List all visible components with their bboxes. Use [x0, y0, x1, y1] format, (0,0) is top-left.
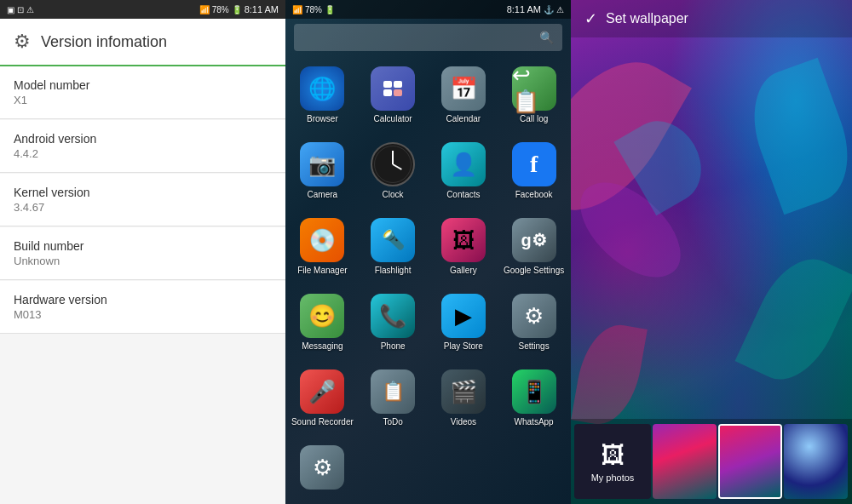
app-item-google-settings[interactable]: g⚙ Google Settings: [498, 211, 569, 287]
app-icon-google-settings: g⚙: [512, 218, 556, 262]
app-label-videos: Videos: [451, 417, 476, 427]
app-icon-facebook: f: [512, 142, 556, 186]
hardware-version-value: M013: [14, 308, 272, 321]
app-item-contacts[interactable]: 👤 Contacts: [429, 135, 499, 211]
status-bar-left: ▣ ⊡ ⚠ 📶 78% 🔋 8:11 AM: [0, 0, 285, 19]
model-number-item[interactable]: Model number X1: [0, 66, 285, 119]
set-wallpaper-bar[interactable]: ✓ Set wallpaper: [571, 0, 852, 37]
app-icon-clock: [371, 142, 415, 186]
kernel-version-value: 3.4.67: [14, 201, 272, 214]
app-label-call-log: Call log: [520, 114, 548, 124]
notif-icon-1: ▣: [7, 5, 14, 14]
app-icon-browser: 🌐: [300, 66, 344, 111]
app-label-flashlight: Flashlight: [375, 266, 412, 276]
usb-icon: ⚓: [544, 5, 554, 14]
app-label-google-settings: Google Settings: [504, 266, 564, 276]
app-item-file-manager[interactable]: 💿 File Manager: [287, 211, 358, 287]
status-left-icons: ▣ ⊡ ⚠: [7, 5, 34, 14]
version-header: ⚙ Version infomation: [0, 19, 285, 66]
battery-left: 78%: [212, 5, 229, 14]
app-item-play-store[interactable]: ▶ Play Store: [429, 287, 499, 363]
app-icon-settings: ⚙: [512, 294, 556, 338]
app-item-todo[interactable]: 📋 ToDo: [358, 363, 429, 438]
time-mid: 8:11 AM: [507, 4, 541, 14]
app-label-camera: Camera: [308, 190, 338, 200]
app-grid: 🌐 Browser Calculator 📅 Calendar ↩📋 Call …: [285, 56, 571, 504]
app-item-camera[interactable]: 📷 Camera: [287, 135, 358, 211]
app-label-clock: Clock: [383, 190, 404, 200]
build-number-value: Unknown: [14, 255, 272, 267]
build-number-item[interactable]: Build number Unknown: [0, 227, 285, 280]
app-item-phone[interactable]: 📞 Phone: [358, 287, 429, 363]
photos-icon: 🖼: [601, 441, 625, 469]
wallpaper-thumb-1[interactable]: [653, 424, 717, 499]
wallpaper-thumbnails: 🖼 My photos: [571, 419, 852, 504]
android-version-label: Android version: [14, 132, 272, 146]
app-label-play-store: Play Store: [444, 341, 483, 352]
model-number-label: Model number: [14, 78, 272, 92]
app-icon-camera: 📷: [300, 142, 344, 186]
status-mid-right: 8:11 AM ⚓ ⚠: [507, 4, 564, 14]
status-bar-mid: 📶 78% 🔋 8:11 AM ⚓ ⚠: [285, 0, 571, 19]
version-items-list: Model number X1 Android version 4.4.2 Ke…: [0, 66, 285, 504]
set-wallpaper-label: Set wallpaper: [606, 11, 688, 26]
kernel-version-item[interactable]: Kernel version 3.4.67: [0, 174, 285, 226]
battery-icon: 🔋: [232, 5, 242, 14]
app-item-whatsapp[interactable]: 📱 WhatsApp: [498, 363, 569, 438]
wallpaper-panel: ✓ Set wallpaper 🖼 My photos: [571, 0, 852, 504]
kernel-version-label: Kernel version: [14, 186, 272, 199]
build-number-label: Build number: [14, 239, 272, 253]
search-bar[interactable]: 🔍: [294, 24, 562, 51]
app-item-calculator[interactable]: Calculator: [358, 60, 429, 135]
notif-icon-2: ⊡: [17, 5, 24, 14]
app-label-whatsapp: WhatsApp: [515, 417, 554, 427]
app-icon-videos: 🎬: [441, 369, 486, 414]
app-icon-gallery: 🖼: [441, 218, 486, 262]
app-icon-calculator: [371, 66, 415, 111]
app-drawer-panel: 📶 78% 🔋 8:11 AM ⚓ ⚠ 🔍 🌐 Browser: [285, 0, 571, 504]
app-item-bottom-settings[interactable]: ⚙: [287, 438, 358, 501]
app-icon-file-manager: 💿: [300, 218, 344, 262]
my-photos-thumbnail[interactable]: 🖼 My photos: [574, 424, 651, 499]
app-label-settings: Settings: [519, 341, 550, 352]
app-item-flashlight[interactable]: 🔦 Flashlight: [358, 211, 429, 287]
wifi-icon: 📶: [199, 5, 210, 14]
app-icon-whatsapp: 📱: [512, 369, 556, 414]
hardware-version-item[interactable]: Hardware version M013: [0, 281, 285, 334]
status-right-icons: 📶 78% 🔋 8:11 AM: [199, 4, 279, 14]
search-icon: 🔍: [539, 31, 554, 44]
app-label-browser: Browser: [307, 114, 338, 124]
app-item-browser[interactable]: 🌐 Browser: [287, 60, 358, 135]
app-icon-contacts: 👤: [441, 142, 486, 186]
app-label-facebook: Facebook: [515, 190, 553, 200]
status-mid-left: 📶 78% 🔋: [292, 5, 335, 14]
app-item-gallery[interactable]: 🖼 Gallery: [429, 211, 499, 287]
android-version-value: 4.4.2: [14, 147, 272, 160]
app-icon-flashlight: 🔦: [371, 218, 415, 262]
gear-icon: ⚙: [14, 31, 31, 53]
app-item-clock[interactable]: Clock: [358, 135, 429, 211]
app-item-calendar[interactable]: 📅 Calendar: [429, 60, 499, 135]
app-icon-todo: 📋: [371, 369, 415, 414]
app-item-messaging[interactable]: 😊 Messaging: [287, 287, 358, 363]
wallpaper-main-display: [571, 37, 852, 419]
my-photos-label: My photos: [591, 472, 635, 483]
wallpaper-thumb-2[interactable]: [718, 424, 782, 499]
checkmark-icon: ✓: [584, 9, 597, 28]
app-label-contacts: Contacts: [446, 190, 480, 200]
app-icon-calendar: 📅: [441, 66, 486, 111]
android-version-item[interactable]: Android version 4.4.2: [0, 120, 285, 173]
app-icon-phone: 📞: [371, 294, 415, 338]
app-item-settings[interactable]: ⚙ Settings: [498, 287, 569, 363]
wallpaper-thumb-3[interactable]: [784, 424, 848, 499]
app-item-call-log[interactable]: ↩📋 Call log: [498, 60, 569, 135]
bottom-gear-icon: ⚙: [300, 445, 344, 490]
warning-icon: ⚠: [556, 5, 564, 14]
app-item-videos[interactable]: 🎬 Videos: [429, 363, 499, 438]
app-item-facebook[interactable]: f Facebook: [498, 135, 569, 211]
app-label-todo: ToDo: [383, 417, 402, 427]
app-label-calendar: Calendar: [446, 114, 481, 124]
app-item-sound-recorder[interactable]: 🎤 Sound Recorder: [287, 363, 358, 438]
app-icon-sound-recorder: 🎤: [300, 369, 344, 414]
battery-mid: 78% 🔋: [305, 5, 335, 14]
